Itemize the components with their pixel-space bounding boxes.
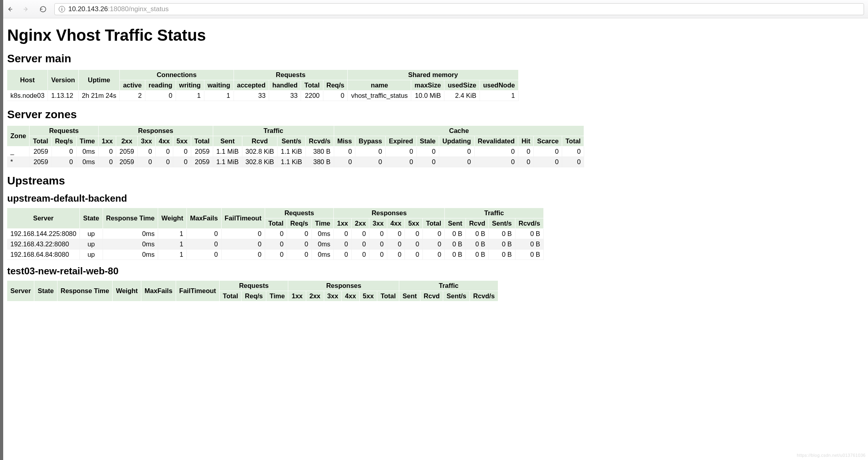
cell: 0ms (103, 250, 158, 260)
th: Weight (113, 281, 141, 301)
cell: 0 (287, 250, 312, 260)
cell: 0 (351, 239, 369, 250)
th: Time (266, 291, 288, 301)
th: Rcvd (466, 218, 488, 229)
upstream-group-heading: test03-new-retail-web-80 (7, 266, 861, 277)
cell-active: 2 (120, 91, 145, 101)
cell: 0 (562, 147, 584, 157)
th: 1xx (334, 218, 352, 229)
cell: 1.1 KiB (277, 157, 305, 167)
cell: 0 (369, 250, 387, 260)
th: Responses (288, 281, 399, 291)
forward-button[interactable] (21, 4, 32, 15)
th: Time (312, 218, 334, 229)
th: Response Time (57, 281, 113, 301)
th-total: Total (301, 80, 323, 91)
cell: 2059 (116, 147, 138, 157)
cell: 0 (474, 157, 518, 167)
th-usednode: usedNode (480, 80, 518, 91)
th-3xx: 3xx (138, 136, 156, 147)
cell: 0ms (312, 229, 334, 239)
th: 4xx (387, 218, 405, 229)
cell: 0 (351, 229, 369, 239)
th-hit: Hit (518, 136, 534, 147)
cell: up (80, 229, 103, 239)
cell: 0 (387, 239, 405, 250)
browser-toolbar: i 10.20.143.26:18080/nginx_status (0, 0, 868, 18)
th: 3xx (369, 218, 387, 229)
cell: 0 (439, 147, 475, 157)
th-time: Time (76, 136, 98, 147)
os-dock-sliver (0, 0, 3, 301)
cell: 0 B (489, 229, 515, 239)
cell: 0ms (76, 147, 98, 157)
cell-handled: 33 (269, 91, 301, 101)
table-row: 192.168.64.84:8080up0ms100000ms0000000 B… (7, 250, 543, 260)
th-revalidated: Revalidated (474, 136, 518, 147)
th-shared-memory: Shared memory (348, 70, 518, 80)
page-title: Nginx Vhost Traffic Status (7, 26, 861, 44)
cell: 302.8 KiB (242, 147, 277, 157)
arrow-left-icon (6, 6, 13, 13)
cell: 0 (422, 250, 444, 260)
section-upstreams-heading: Upstreams (7, 174, 861, 187)
th: 5xx (405, 218, 423, 229)
cell: 0 (439, 157, 475, 167)
upstream-table: ServerStateResponse TimeWeightMaxFailsFa… (7, 281, 498, 301)
cell: 0 (355, 157, 386, 167)
table-row: 192.168.43.22:8080up0ms100000ms0000000 B… (7, 239, 543, 250)
address-bar[interactable]: i 10.20.143.26:18080/nginx_status (54, 3, 864, 15)
th: State (34, 281, 57, 301)
th: 2xx (306, 291, 324, 301)
th-rcvd: Rcvd (242, 136, 277, 147)
cell: 380 B (305, 147, 334, 157)
cell: 0 (534, 147, 562, 157)
cell: 0 (405, 229, 423, 239)
cell: 0 (386, 147, 417, 157)
cell-waiting: 1 (204, 91, 234, 101)
th-maxsize: maxSize (411, 80, 444, 91)
th-scarce: Scarce (534, 136, 562, 147)
server-zones-table: Zone Requests Responses Traffic Cache To… (7, 126, 584, 167)
th-requests: Requests (30, 126, 98, 136)
cell: 2059 (191, 157, 213, 167)
reload-button[interactable] (38, 4, 49, 15)
cell-maxsize: 10.0 MiB (411, 91, 444, 101)
th-waiting: waiting (204, 80, 234, 91)
cell: 192.168.64.84:8080 (7, 250, 80, 260)
cell: 0 (369, 229, 387, 239)
cell: 0 (52, 147, 76, 157)
th: 3xx (324, 291, 342, 301)
cell: 0ms (76, 157, 98, 167)
cell: 0 B (445, 239, 466, 250)
cell: 0 (387, 250, 405, 260)
th-reqs: Req/s (323, 80, 348, 91)
cell: 0 B (515, 250, 543, 260)
back-button[interactable] (4, 4, 15, 15)
th-total: Total (30, 136, 52, 147)
cell: 0 (422, 239, 444, 250)
cell: 0 (138, 147, 156, 157)
site-info-icon[interactable]: i (59, 6, 65, 12)
th: Rcvd (420, 291, 443, 301)
cell: 0 (138, 157, 156, 167)
cell: 0 (387, 229, 405, 239)
cell: 0 (562, 157, 584, 167)
th-responses: Responses (98, 126, 213, 136)
th: MaxFails (141, 281, 176, 301)
th: Sent (445, 218, 466, 229)
th: Rcvd/s (515, 218, 543, 229)
cell: 192.168.144.225:8080 (7, 229, 80, 239)
th: Traffic (399, 281, 498, 291)
cell: 0 (474, 147, 518, 157)
table-row: k8s.node03 1.13.12 2h 21m 24s 2 0 1 1 33… (7, 91, 518, 101)
cell: 1 (158, 229, 187, 239)
th-1xx: 1xx (98, 136, 116, 147)
table-row: 192.168.144.225:8080up0ms100000ms0000000… (7, 229, 543, 239)
upstream-group-heading: upstream-default-backend (7, 193, 861, 204)
th-sents: Sent/s (277, 136, 305, 147)
cell: 0 (221, 250, 265, 260)
cell: 380 B (305, 157, 334, 167)
cell: 302.8 KiB (242, 157, 277, 167)
cell: 0ms (312, 239, 334, 250)
